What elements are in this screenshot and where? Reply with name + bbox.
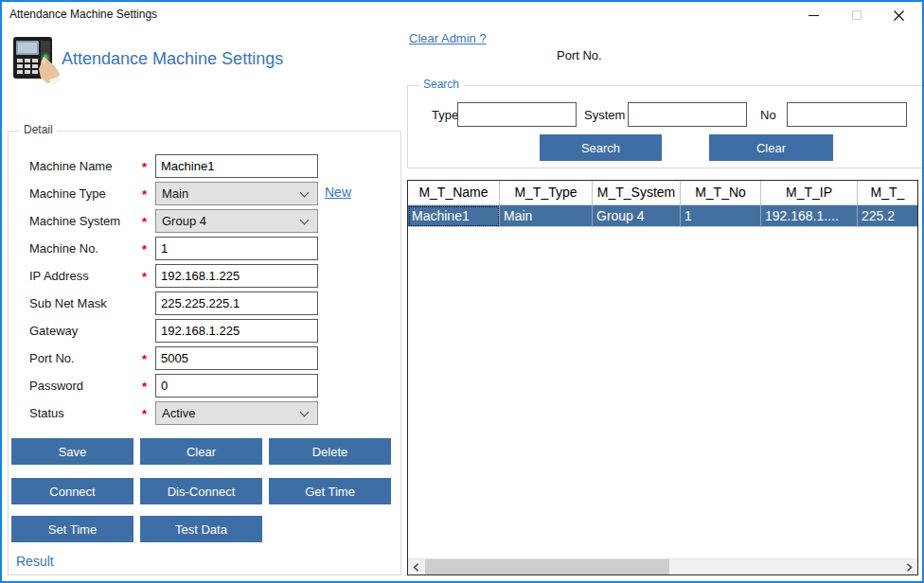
field-dropdown[interactable]: Main xyxy=(155,182,318,205)
new-link[interactable]: New xyxy=(325,185,351,200)
delete-button[interactable]: Delete xyxy=(269,438,391,465)
clear-button[interactable]: Clear xyxy=(140,438,262,465)
grid-column-header[interactable]: M_T_IP xyxy=(761,181,858,205)
minimize-icon xyxy=(808,10,819,21)
maximize-button[interactable] xyxy=(835,2,878,28)
field-row: Machine Type*MainNew xyxy=(9,182,400,206)
field-label: Machine Type xyxy=(29,186,106,201)
window-controls xyxy=(792,2,920,28)
maximize-icon xyxy=(852,10,862,20)
grid-cell[interactable]: 192.168.1.... xyxy=(761,205,858,227)
grid-column-header[interactable]: M_T_No xyxy=(681,181,761,205)
result-label: Result xyxy=(16,554,54,569)
field-label: Port No. xyxy=(29,351,75,365)
search-legend: Search xyxy=(419,78,463,91)
search-no-input[interactable] xyxy=(787,102,907,127)
required-marker: * xyxy=(142,352,147,366)
test-data-button[interactable]: Test Data xyxy=(140,516,262,542)
field-dropdown[interactable]: Active xyxy=(155,401,318,425)
save-button[interactable]: Save xyxy=(11,438,133,465)
search-groupbox: Search Type System No Search Clear xyxy=(407,85,924,168)
field-row: IP Address* xyxy=(9,264,400,289)
field-label: Gateway xyxy=(29,324,78,338)
required-marker: * xyxy=(142,380,147,394)
horizontal-scrollbar[interactable] xyxy=(408,558,917,574)
search-button[interactable]: Search xyxy=(540,134,662,161)
field-input[interactable] xyxy=(155,346,318,370)
search-system-input[interactable] xyxy=(628,102,747,127)
attendance-machine-settings-window: Attendance Machine Settings At xyxy=(0,0,924,583)
grid-cell[interactable]: Group 4 xyxy=(593,205,681,227)
field-label: Machine No. xyxy=(29,241,98,256)
field-row: Machine Name* xyxy=(9,154,400,179)
grid-cell[interactable]: 1 xyxy=(681,205,761,227)
field-input[interactable] xyxy=(155,154,318,178)
grid-cell[interactable]: Machine1 xyxy=(408,205,500,227)
grid-header-row: M_T_NameM_T_TypeM_T_SystemM_T_NoM_T_IPM_… xyxy=(408,181,917,205)
field-label: Machine System xyxy=(29,214,120,228)
scroll-left-icon xyxy=(413,563,419,572)
field-input[interactable] xyxy=(155,237,318,260)
clear-admin-link[interactable]: Clear Admin ? xyxy=(409,31,487,45)
detail-groupbox: Detail Machine Name*Machine Type*MainNew… xyxy=(8,131,401,575)
dropdown-value: Group 4 xyxy=(162,214,206,228)
dropdown-value: Active xyxy=(162,406,195,420)
field-row: Machine System*Group 4 xyxy=(9,209,400,234)
grid-column-header[interactable]: M_T_Type xyxy=(500,181,593,205)
scroll-right-icon xyxy=(906,563,913,572)
detail-legend: Detail xyxy=(20,123,57,136)
field-input[interactable] xyxy=(155,292,318,315)
page-title: Attendance Machine Settings xyxy=(62,49,283,69)
port-no-label: Port No. xyxy=(557,48,602,62)
search-no-label: No xyxy=(760,108,776,122)
field-row: Port No.* xyxy=(9,346,400,371)
required-marker: * xyxy=(142,242,147,256)
dropdown-value: Main xyxy=(162,186,188,201)
field-row: Sub Net Mask xyxy=(9,292,400,316)
scroll-left-button[interactable] xyxy=(408,559,424,575)
field-row: Password* xyxy=(9,374,400,398)
search-type-label: Type xyxy=(432,108,458,122)
close-icon xyxy=(894,10,904,21)
machines-grid: M_T_NameM_T_TypeM_T_SystemM_T_NoM_T_IPM_… xyxy=(407,180,918,575)
connect-button[interactable]: Connect xyxy=(11,478,133,504)
required-marker: * xyxy=(142,270,147,284)
grid-column-header[interactable]: M_T_System xyxy=(593,181,681,205)
minimize-button[interactable] xyxy=(792,2,835,28)
field-label: Machine Name xyxy=(29,159,112,173)
scrollbar-thumb[interactable] xyxy=(425,559,669,575)
field-label: Sub Net Mask xyxy=(29,296,107,310)
required-marker: * xyxy=(142,407,147,421)
required-marker: * xyxy=(142,187,147,202)
required-marker: * xyxy=(142,160,147,174)
field-input[interactable] xyxy=(155,374,318,398)
field-row: Status*Active xyxy=(9,401,400,426)
set-time-button[interactable]: Set Time xyxy=(11,516,133,542)
chevron-down-icon xyxy=(300,217,308,224)
grid-body: Machine1MainGroup 41192.168.1....225.2 xyxy=(408,205,917,227)
field-input[interactable] xyxy=(155,264,318,288)
attendance-machine-logo xyxy=(11,34,61,85)
field-label: Password xyxy=(29,379,83,393)
required-marker: * xyxy=(142,215,147,229)
scroll-right-button[interactable] xyxy=(901,559,917,575)
grid-cell[interactable]: Main xyxy=(500,205,593,227)
field-row: Machine No.* xyxy=(9,237,400,261)
field-label: IP Address xyxy=(29,269,89,283)
close-button[interactable] xyxy=(878,2,920,28)
grid-column-header[interactable]: M_T_ xyxy=(858,181,918,205)
grid-cell[interactable]: 225.2 xyxy=(858,205,918,227)
grid-row-selected[interactable]: Machine1MainGroup 41192.168.1....225.2 xyxy=(408,205,917,227)
dis-connect-button[interactable]: Dis-Connect xyxy=(140,478,262,504)
field-dropdown[interactable]: Group 4 xyxy=(155,209,318,233)
window-title: Attendance Machine Settings xyxy=(9,8,157,21)
get-time-button[interactable]: Get Time xyxy=(269,478,391,504)
chevron-down-icon xyxy=(300,189,308,197)
search-clear-button[interactable]: Clear xyxy=(709,134,833,161)
search-type-input[interactable] xyxy=(457,102,577,127)
chevron-down-icon xyxy=(300,409,308,416)
field-label: Status xyxy=(29,406,64,420)
search-system-label: System xyxy=(584,108,625,122)
grid-column-header[interactable]: M_T_Name xyxy=(408,181,500,205)
field-input[interactable] xyxy=(155,319,318,343)
